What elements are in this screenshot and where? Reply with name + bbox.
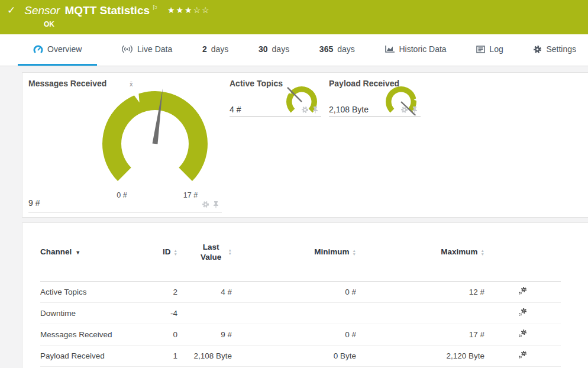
sort-icon: ▲▼: [353, 249, 356, 256]
channel-settings-gears-icon[interactable]: [518, 286, 528, 296]
tab-2-days-label: days: [211, 44, 229, 54]
channel-gear-icon[interactable]: [400, 106, 408, 114]
gauge-max-label: 17 #: [177, 191, 203, 199]
priority-stars[interactable]: ★★★☆☆: [167, 5, 211, 15]
status-ok-check-icon: ✓: [7, 4, 15, 17]
column-header-channel[interactable]: Channel▼: [40, 223, 136, 281]
channel-table-panel: Channel▼ ID▲▼ Last Value▲▼ Minimum▲▼ Max…: [22, 222, 588, 368]
column-header-channel-label: Channel: [40, 247, 72, 256]
channel-id-cell: 0: [136, 324, 177, 345]
channel-minimum-cell: 0 Byte: [232, 345, 356, 366]
gauge-payload-received[interactable]: Payload Received 2,108 Byte: [329, 79, 421, 117]
table-row: Downtime -4: [40, 302, 561, 324]
gauge-messages-received[interactable]: Messages Received x̄ 0 # 17 # 9 #: [28, 79, 222, 212]
gauge-min-label: 0 #: [109, 191, 135, 199]
gauge-value: 4 #: [230, 105, 241, 114]
sort-icon: ▲▼: [174, 249, 177, 256]
sort-desc-icon: ▼: [75, 250, 80, 256]
column-header-last-value-label: Last Value: [197, 242, 225, 262]
broadcast-icon: [121, 45, 133, 53]
channel-last-value-cell: 4 #: [177, 281, 232, 302]
tab-2-days-number: 2: [202, 44, 207, 54]
channel-settings-gears-icon[interactable]: [518, 328, 528, 338]
channel-table: Channel▼ ID▲▼ Last Value▲▼ Minimum▲▼ Max…: [40, 223, 561, 367]
channel-minimum-cell: 0 #: [232, 281, 356, 302]
flag-icon[interactable]: ⚐: [152, 4, 158, 12]
column-header-minimum-label: Minimum: [314, 247, 349, 256]
tab-log-label: Log: [489, 44, 503, 54]
messages-received-gauge-chart: [93, 87, 218, 185]
tab-2-days[interactable]: 2 days: [196, 34, 234, 66]
column-header-actions: [484, 223, 561, 281]
sensor-type-label: Sensor: [24, 4, 60, 17]
tab-settings-label: Settings: [546, 44, 576, 54]
column-header-maximum[interactable]: Maximum▲▼: [356, 223, 484, 281]
column-header-last-value[interactable]: Last Value▲▼: [177, 223, 232, 281]
gauges-panel: Messages Received x̄ 0 # 17 # 9 # Active…: [22, 72, 588, 218]
tab-historic-data-label: Historic Data: [399, 44, 447, 54]
channel-gear-icon[interactable]: [301, 106, 309, 114]
tab-30-days[interactable]: 30 days: [253, 34, 295, 66]
channel-id-cell: 2: [136, 281, 177, 302]
gear-icon: [533, 45, 542, 54]
gauge-active-topics[interactable]: Active Topics 4 #: [230, 79, 321, 117]
channel-maximum-cell: 2,120 Byte: [356, 345, 484, 366]
table-row: Active Topics 2 4 # 0 # 12 #: [40, 281, 561, 302]
channel-name-cell[interactable]: Downtime: [40, 302, 136, 324]
sort-icon: ▲▼: [228, 248, 232, 256]
channel-last-value-cell: 2,108 Byte: [177, 345, 232, 366]
tab-settings[interactable]: Settings: [527, 34, 582, 66]
stars-filled[interactable]: ★★★: [167, 5, 193, 15]
channel-last-value-cell: 9 #: [177, 324, 232, 345]
tab-30-days-label: days: [272, 44, 290, 54]
channel-id-cell: 1: [136, 345, 177, 366]
status-badge: OK: [44, 20, 588, 28]
channel-minimum-cell: [232, 302, 356, 324]
channel-gear-icon[interactable]: [202, 201, 209, 208]
tab-live-data-label: Live Data: [137, 44, 172, 54]
page-title: MQTT Statistics: [64, 4, 150, 17]
channel-settings-gears-icon[interactable]: [518, 307, 528, 317]
channel-maximum-cell: 17 #: [356, 324, 484, 345]
sort-icon: ▲▼: [481, 249, 484, 256]
gauge-icon: [33, 45, 43, 54]
table-row: Payload Received 1 2,108 Byte 0 Byte 2,1…: [40, 345, 561, 366]
tab-historic-data[interactable]: Historic Data: [379, 34, 453, 66]
column-header-id-label: ID: [163, 247, 171, 256]
gauge-value: 9 #: [28, 198, 40, 208]
gauge-value: 2,108 Byte: [329, 105, 369, 114]
tab-365-days-number: 365: [319, 44, 333, 54]
tab-365-days[interactable]: 365 days: [314, 34, 361, 66]
tab-bar: Overview Live Data 2 days 30 days 365 da…: [0, 34, 588, 66]
channel-minimum-cell: 0 #: [232, 324, 356, 345]
channel-maximum-cell: 12 #: [356, 281, 484, 302]
pin-icon[interactable]: [212, 201, 219, 208]
tab-live-data[interactable]: Live Data: [115, 34, 178, 66]
log-icon: [476, 46, 485, 53]
column-header-id[interactable]: ID▲▼: [136, 223, 177, 281]
channel-table-body: Active Topics 2 4 # 0 # 12 # Downtime -4: [40, 281, 561, 366]
content-area: Messages Received x̄ 0 # 17 # 9 # Active…: [0, 66, 588, 368]
tab-30-days-number: 30: [259, 44, 268, 54]
channel-name-cell[interactable]: Payload Received: [40, 345, 136, 366]
channel-name-cell[interactable]: Messages Received: [40, 324, 136, 345]
channel-settings-gears-icon[interactable]: [518, 350, 528, 360]
area-chart-icon: [385, 45, 395, 53]
channel-name-cell[interactable]: Active Topics: [40, 281, 136, 302]
tab-overview-label: Overview: [47, 44, 82, 54]
tab-365-days-label: days: [337, 44, 355, 54]
pin-icon[interactable]: [411, 106, 418, 114]
channel-maximum-cell: [356, 302, 484, 324]
tab-overview[interactable]: Overview: [18, 34, 97, 66]
tab-log[interactable]: Log: [470, 34, 509, 66]
table-row: Messages Received 0 9 # 0 # 17 #: [40, 324, 561, 345]
column-header-maximum-label: Maximum: [441, 247, 477, 256]
channel-id-cell: -4: [136, 302, 177, 324]
stars-empty[interactable]: ☆☆: [193, 5, 211, 15]
pin-icon[interactable]: [312, 106, 319, 114]
sensor-header: ✓ Sensor MQTT Statistics ⚐ ★★★☆☆ OK: [0, 0, 588, 34]
channel-last-value-cell: [177, 302, 232, 324]
column-header-minimum[interactable]: Minimum▲▼: [232, 223, 356, 281]
